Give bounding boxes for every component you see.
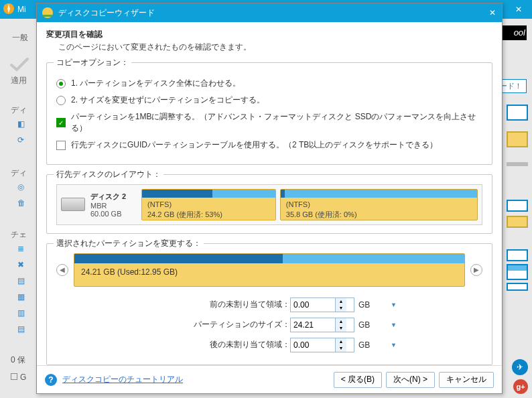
dialog-title: ディスクコピーウィザード — [58, 7, 155, 19]
partition-2[interactable]: (NTFS)35.8 GB (使用済: 0%) — [280, 189, 478, 220]
cancel-button[interactable]: キャンセル — [439, 372, 494, 388]
radio-fit-disk-label: 1. パーティションをディスク全体に合わせる。 — [71, 78, 241, 89]
disk-scheme: MBR — [90, 202, 126, 210]
help-icon[interactable]: ? — [45, 374, 57, 386]
checkbox-align-1mb-label: パーティションを1MBに調整する。（アドバンスト・フォーマットディスクと SSD… — [71, 111, 482, 134]
space-after-down[interactable]: ▼ — [336, 345, 346, 352]
selected-partition-label: 24.21 GB (Used:12.95 GB) — [74, 263, 464, 281]
partition-1-fs: (NTFS) — [147, 200, 270, 210]
bg-tab-general[interactable]: 一般 — [12, 32, 28, 44]
checkbox-use-guid-label: 行先ディスクにGUIDパーティションテーブルを使用する。（2 TB以上のディスク… — [71, 139, 438, 151]
radio-no-resize-label: 2. サイズを変更せずにパーティションをコピーする。 — [71, 94, 265, 106]
bg-section-disk2: ディ — [11, 168, 27, 179]
side-icon-2[interactable]: ⟳ — [17, 135, 24, 145]
side-icon-8[interactable]: ▦ — [17, 292, 25, 302]
bg-close-icon[interactable]: ✕ — [509, 0, 528, 19]
dialog-footer: ? ディスクコピーのチュートリアル < 戻る(B) 次へ(N) > キャンセル — [37, 365, 502, 393]
unit-3-dd[interactable]: ▼ — [391, 342, 397, 348]
bg-pending: 0 保 — [11, 354, 25, 366]
bg-divider — [507, 162, 528, 166]
partition-size-input[interactable] — [291, 320, 335, 330]
partition-2-detail: 35.8 GB (使用済: 0%) — [286, 210, 472, 220]
dest-layout-legend: 行先ディスクのレイアウト： — [54, 169, 163, 180]
gplus-icon[interactable]: g+ — [513, 379, 528, 394]
space-before-label: 前の未割り当て領域： — [136, 299, 290, 310]
tutorial-link[interactable]: ディスクコピーのチュートリアル — [62, 374, 183, 385]
copy-options-legend: コピーオプション： — [54, 57, 131, 68]
next-button[interactable]: 次へ(N) > — [386, 372, 435, 388]
side-icon-9[interactable]: ▥ — [17, 308, 25, 318]
space-before-up[interactable]: ▲ — [336, 298, 346, 305]
partition-size-up[interactable]: ▲ — [336, 318, 346, 325]
bg-gpt-row: G — [11, 373, 26, 382]
partition-2-fs: (NTFS) — [286, 200, 472, 210]
app-title-fragment: Mi — [17, 0, 26, 19]
dest-layout-group: 行先ディスクのレイアウト： ディスク 2 MBR 60.00 GB (NTFS)… — [46, 174, 492, 234]
dialog-close-button[interactable]: ✕ — [483, 3, 502, 22]
bg-section-check: チェ — [11, 229, 27, 241]
bg-disk-thumb-3[interactable] — [507, 200, 528, 233]
disk-copy-wizard-dialog: ディスクコピーウィザード ✕ 変更項目を確認 このページにおいて変更されたものを… — [36, 3, 503, 394]
checkbox-use-guid[interactable] — [56, 141, 66, 150]
space-before-input[interactable] — [291, 300, 335, 310]
bg-disk-thumb-stack[interactable] — [507, 249, 528, 310]
space-before-spinner[interactable]: ▲▼ — [290, 297, 354, 312]
dialog-titlebar: ディスクコピーウィザード ✕ — [37, 3, 502, 22]
partition-size-label: パーティションのサイズ： — [136, 319, 290, 330]
space-after-input[interactable] — [291, 340, 335, 350]
confirm-heading: 変更項目を確認 — [46, 29, 492, 40]
side-icon-1[interactable]: ◧ — [17, 119, 25, 129]
side-icon-6[interactable]: ✖ — [17, 260, 24, 269]
selected-partition-bar[interactable]: 24.21 GB (Used:12.95 GB) — [74, 253, 465, 287]
bg-section-disk: ディ — [11, 105, 27, 116]
partition-size-down[interactable]: ▼ — [336, 325, 346, 332]
space-after-up[interactable]: ▲ — [336, 338, 346, 345]
side-icon-5[interactable]: ≣ — [17, 244, 24, 253]
radio-no-resize[interactable] — [56, 96, 66, 105]
space-after-spinner[interactable]: ▲▼ — [290, 338, 354, 352]
partition-1-detail: 24.2 GB (使用済: 53%) — [147, 210, 270, 220]
checkbox-align-1mb[interactable] — [56, 118, 66, 127]
space-before-down[interactable]: ▼ — [336, 305, 346, 312]
bg-disk-thumb-1[interactable] — [507, 105, 528, 121]
side-icon-4[interactable]: 🗑 — [17, 198, 25, 208]
app-icon — [3, 3, 15, 15]
apply-check-icon — [9, 56, 29, 72]
unit-2-dd[interactable]: ▼ — [391, 322, 397, 328]
svg-rect-2 — [43, 15, 52, 17]
back-button[interactable]: < 戻る(B) — [334, 372, 382, 388]
radio-fit-disk[interactable] — [56, 79, 66, 88]
apply-label[interactable]: 適用 — [11, 75, 27, 86]
side-icon-10[interactable]: ▤ — [17, 324, 25, 334]
unit-1-dd[interactable]: ▼ — [391, 302, 397, 308]
share-icon[interactable]: ✈ — [512, 359, 528, 375]
edit-partition-group: 選択されたパーティションを変更する： ◀ 24.21 GB (Used:12.9… — [46, 243, 492, 365]
unit-3: GB — [358, 340, 370, 350]
side-icon-7[interactable]: ▤ — [17, 276, 25, 285]
copy-options-group: コピーオプション： 1. パーティションをディスク全体に合わせる。 2. サイズ… — [46, 62, 492, 165]
disk-name: ディスク 2 — [90, 192, 126, 202]
space-after-label: 後の未割り当て領域： — [136, 339, 290, 350]
unit-1: GB — [358, 300, 370, 310]
partition-size-spinner[interactable]: ▲▼ — [290, 318, 354, 332]
edit-partition-legend: 選択されたパーティションを変更する： — [54, 238, 204, 249]
next-partition-button[interactable]: ▶ — [470, 264, 482, 276]
wizard-icon — [41, 6, 54, 19]
unit-2: GB — [358, 320, 370, 330]
bg-brand-fragment: ool — [500, 25, 527, 40]
prev-partition-button[interactable]: ◀ — [56, 264, 68, 276]
side-icon-3[interactable]: ◎ — [17, 182, 24, 192]
confirm-subtext: このページにおいて変更されたものを確認できます。 — [58, 42, 492, 53]
disk-size: 60.00 GB — [90, 210, 126, 218]
partition-1[interactable]: (NTFS)24.2 GB (使用済: 53%) — [141, 189, 276, 220]
bg-disk-thumb-2[interactable] — [507, 131, 528, 147]
hard-disk-icon — [61, 198, 85, 211]
disk-info: ディスク 2 MBR 60.00 GB — [61, 189, 136, 220]
